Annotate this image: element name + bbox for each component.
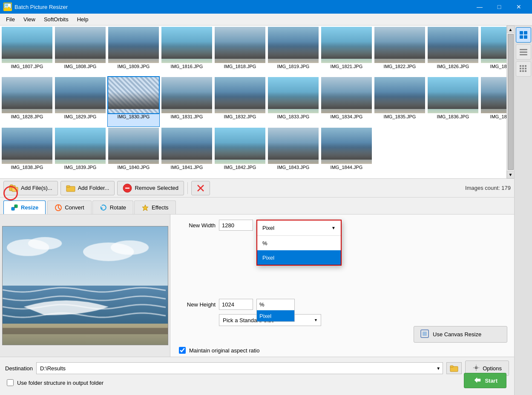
unit-option-pixel[interactable]: Pixel: [257, 250, 341, 265]
thumbnail-item[interactable]: IMG_1830.JPG: [107, 77, 160, 127]
sidebar-grid-large-button[interactable]: [516, 27, 531, 43]
thumbnail-image: [268, 27, 319, 63]
sidebar-list-button[interactable]: [516, 44, 531, 60]
menu-file[interactable]: File: [2, 14, 19, 24]
close-button[interactable]: ✕: [509, 0, 529, 14]
thumbnail-item[interactable]: IMG_1809.JPG: [107, 26, 160, 77]
thumbnail-item[interactable]: IMG_1843.JPG: [267, 127, 319, 177]
sidebar-grid-small-button[interactable]: [516, 61, 531, 77]
use-folder-structure-checkbox[interactable]: [7, 379, 14, 386]
tab-effects-label: Effects: [152, 204, 169, 211]
toolbar: Add File(s)... Add Folder...: [0, 179, 514, 198]
thumbnail-image: [215, 27, 265, 63]
unit-header-pixel[interactable]: Pixel ▼: [257, 220, 341, 236]
thumbnail-item[interactable]: IMG_1838.JPG: [1, 127, 53, 177]
menu-view[interactable]: View: [19, 14, 40, 24]
thumbnail-item[interactable]: IMG_1839.JPG: [54, 127, 106, 177]
menu-help[interactable]: Help: [73, 14, 93, 24]
unit-option-percent[interactable]: %: [257, 236, 341, 250]
height-unit-mini-pixel-selected[interactable]: Pixel: [257, 310, 294, 321]
thumbnail-item[interactable]: IMG_1819.JPG: [267, 26, 319, 77]
thumbnail-item[interactable]: IMG_1822.JPG: [374, 26, 426, 77]
thumbnail-item[interactable]: IMG_1835.JPG: [374, 77, 426, 127]
thumbnail-item[interactable]: IMG_1807.JPG: [1, 26, 53, 77]
maintain-aspect-checkbox[interactable]: [179, 347, 186, 354]
svg-rect-37: [522, 70, 524, 72]
thumbnail-item[interactable]: IMG_1842.JPG: [214, 127, 266, 177]
scroll-up-arrow[interactable]: ▲: [507, 26, 515, 33]
thumbnail-filename: IMG_1822.JPG: [383, 63, 417, 70]
thumbnail-item[interactable]: IMG_1828.JPG: [1, 77, 53, 127]
start-button-container: Start: [464, 373, 506, 388]
thumbnail-item[interactable]: IMG_1836.JPG: [427, 77, 479, 127]
thumbnail-item[interactable]: IMG_1832.JPG: [214, 77, 266, 127]
new-width-label: New Width: [177, 222, 216, 229]
add-folder-button[interactable]: Add Folder...: [60, 181, 115, 195]
height-unit-mini-pixel[interactable]: %: [257, 299, 294, 310]
canvas-resize-button[interactable]: Use Canvas Resize: [414, 326, 507, 343]
thumbnail-filename: IMG_1843.JPG: [276, 164, 311, 171]
close-x-icon: [196, 183, 205, 193]
thumbnail-item[interactable]: IMG_1818.JPG: [214, 26, 266, 77]
rotate-icon: [100, 204, 107, 212]
thumbnail-image: [321, 27, 372, 63]
thumbnail-item[interactable]: IMG_1840.JPG: [107, 127, 160, 177]
thumbnail-item[interactable]: IMG_1841.JPG: [161, 127, 213, 177]
svg-rect-34: [522, 68, 524, 69]
unit-option-percent-label: %: [262, 240, 267, 246]
thumbnail-filename: IMG_1842.JPG: [223, 164, 257, 171]
toolbar-separator: [187, 182, 188, 194]
destination-label: Destination: [5, 365, 33, 372]
svg-rect-28: [520, 52, 527, 53]
thumbnail-image: [2, 128, 52, 164]
maximize-button[interactable]: □: [489, 0, 509, 14]
thumbnail-item[interactable]: IMG_1844.JPG: [320, 127, 373, 177]
thumbnail-image: [374, 27, 425, 63]
close-x-button[interactable]: [191, 181, 210, 195]
new-width-input[interactable]: [219, 220, 253, 231]
destination-browse-button[interactable]: [446, 362, 462, 374]
thumbnail-item[interactable]: IMG_1834.JPG: [320, 77, 373, 127]
tab-resize[interactable]: Resize: [3, 200, 46, 214]
use-folder-structure-row: Use folder structure in output folder: [5, 379, 509, 386]
scroll-down-arrow[interactable]: ▼: [507, 171, 515, 178]
bottom-bar: Destination ▼: [0, 357, 514, 395]
canvas-resize-label: Use Canvas Resize: [433, 331, 481, 338]
remove-selected-icon: [123, 183, 132, 193]
unit-option-pixel-label: Pixel: [262, 255, 274, 261]
standard-size-row: Pick a Standard Size ▼: [177, 314, 507, 326]
thumbnail-item[interactable]: IMG_1826.JPG: [427, 26, 479, 77]
thumbnail-filename: IMG_1821.JPG: [330, 63, 364, 70]
app-icon: [3, 3, 12, 11]
thumbnail-filename: IMG_1834.JPG: [330, 113, 364, 120]
thumbnail-filename: IMG_1838.JPG: [10, 164, 44, 171]
thumbnail-image: [215, 128, 265, 164]
thumbnail-area: IMG_1807.JPGIMG_1808.JPGIMG_1809.JPGIMG_…: [0, 26, 514, 179]
thumbnail-scrollbar[interactable]: ▲ ▼: [506, 26, 514, 178]
width-unit-container: Pixel ▼ Pixel ▼ %: [256, 220, 295, 231]
thumbnail-image: [55, 77, 106, 113]
thumbnail-filename: IMG_1826.JPG: [436, 63, 470, 70]
thumbnail-item[interactable]: IMG_1808.JPG: [54, 26, 106, 77]
remove-selected-button[interactable]: Remove Selected: [117, 181, 184, 195]
tab-rotate[interactable]: Rotate: [92, 200, 133, 214]
thumbnail-image: [108, 77, 159, 113]
thumbnail-filename: IMG_1832.JPG: [223, 113, 257, 120]
minimize-button[interactable]: —: [470, 0, 489, 14]
new-height-input[interactable]: [219, 299, 253, 310]
resize-icon: [11, 204, 18, 212]
thumbnail-image: [161, 27, 212, 63]
thumbnail-item[interactable]: IMG_1816.JPG: [161, 26, 213, 77]
thumbnail-item[interactable]: IMG_1833.JPG: [267, 77, 319, 127]
tab-convert[interactable]: Convert: [47, 200, 92, 214]
thumbnail-item[interactable]: IMG_1831.JPG: [161, 77, 213, 127]
scroll-thumb[interactable]: [508, 34, 514, 170]
tab-effects[interactable]: Effects: [134, 200, 176, 214]
start-button[interactable]: Start: [464, 373, 506, 388]
preview-image: [2, 226, 168, 345]
thumbnail-item[interactable]: IMG_1829.JPG: [54, 77, 106, 127]
destination-input[interactable]: [36, 362, 443, 374]
menu-softorbits[interactable]: SoftOrbits: [40, 14, 73, 24]
thumbnail-item[interactable]: IMG_1821.JPG: [320, 26, 373, 77]
svg-rect-33: [520, 68, 521, 69]
